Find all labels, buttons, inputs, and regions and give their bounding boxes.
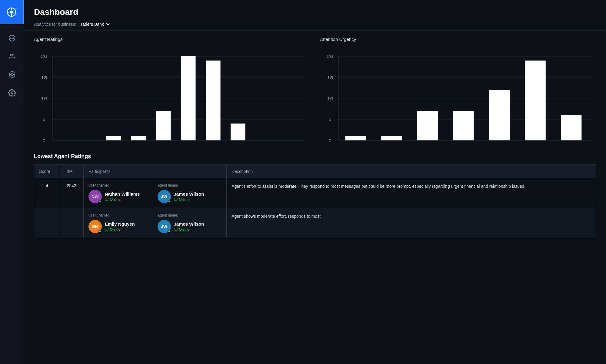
- description-cell-2: Agent shows moderate effort, responds to…: [227, 208, 596, 238]
- svg-rect-63: [489, 90, 510, 140]
- client-label-2: Client name:: [88, 213, 153, 217]
- client-info-2: EN Emily Nguyen: [88, 220, 153, 233]
- client-label: Client name:: [88, 183, 153, 187]
- sidebar-nav: [4, 24, 20, 364]
- svg-rect-59: [417, 111, 438, 140]
- agent-status: Online: [174, 197, 204, 202]
- agent-name-2: James Wilson: [174, 221, 204, 227]
- svg-text:1: 1: [68, 143, 70, 144]
- svg-text:4: 4: [462, 143, 465, 144]
- agent-initials-2: JW: [161, 224, 167, 229]
- score-cell: 4: [34, 178, 60, 208]
- description-cell: Agent's effort to assist is moderate. Th…: [227, 178, 596, 208]
- svg-text:6: 6: [534, 143, 537, 144]
- svg-rect-78: [174, 228, 177, 230]
- svg-rect-67: [561, 115, 581, 140]
- sidebar: [0, 0, 24, 364]
- client-initials: NW: [92, 194, 98, 199]
- client-status-2: Online: [105, 227, 135, 232]
- sidebar-logo[interactable]: [0, 0, 24, 24]
- table-title: Lowest Agent Ratings: [34, 153, 596, 160]
- analytics-bar: Analytics for business: Traders Bank: [34, 22, 596, 27]
- client-avatar: NW: [88, 190, 102, 203]
- agent-block: Agent name: JW James Wilson: [158, 183, 222, 203]
- svg-text:3: 3: [426, 143, 429, 144]
- header: Dashboard Analytics for business: Trader…: [24, 0, 606, 31]
- chevron-down-icon: [106, 22, 110, 26]
- svg-rect-36: [181, 56, 196, 140]
- content-area: Agent Ratings 0 5 10 15 20: [24, 31, 606, 364]
- page-title: Dashboard: [34, 7, 596, 17]
- monitor-icon-agent-2: [174, 228, 178, 231]
- sidebar-item-agents[interactable]: [4, 48, 20, 64]
- monitor-icon: [105, 198, 108, 201]
- col-description: Description: [227, 165, 596, 178]
- online-dot-2: [98, 230, 102, 233]
- agent-avatar: JW: [158, 190, 171, 203]
- client-status: Online: [105, 197, 140, 202]
- table-row: 4 2542 Client name: NW: [34, 178, 596, 208]
- col-score: Score: [34, 165, 60, 178]
- svg-rect-69: [105, 198, 108, 200]
- client-name-2: Emily Nguyen: [105, 221, 135, 227]
- svg-rect-38: [206, 61, 221, 140]
- svg-text:2: 2: [390, 143, 393, 144]
- agent-name: James Wilson: [174, 191, 204, 197]
- score-cell-2: [34, 208, 60, 238]
- sidebar-item-settings[interactable]: [4, 85, 20, 101]
- svg-rect-32: [131, 136, 146, 140]
- svg-text:7: 7: [217, 143, 219, 144]
- agent-ratings-title: Agent Ratings: [34, 37, 310, 42]
- agent-info-2: JW James Wilson: [158, 220, 222, 233]
- col-title: Title: [60, 165, 83, 178]
- svg-text:15: 15: [41, 75, 47, 80]
- business-name: Traders Bank: [78, 22, 104, 27]
- svg-text:3: 3: [117, 143, 120, 144]
- monitor-icon-agent: [174, 198, 178, 201]
- attention-urgency-svg: 0 5 10 15 20: [320, 47, 596, 144]
- client-name: Nathan Williams: [105, 191, 140, 197]
- svg-text:10: 10: [290, 143, 296, 144]
- table-row: Client name: EN Emily Nguyen: [34, 208, 596, 238]
- title-cell: 2542: [60, 178, 83, 208]
- attention-urgency-chart: Attention Urgency 0 5 10 15 20: [320, 37, 596, 144]
- svg-rect-75: [105, 228, 108, 230]
- agent-ratings-area: 0 5 10 15 20: [34, 47, 310, 144]
- sidebar-item-conversations[interactable]: [4, 30, 20, 46]
- svg-text:5: 5: [498, 143, 501, 144]
- agent-initials: JW: [161, 194, 167, 199]
- svg-point-12: [11, 74, 13, 76]
- svg-rect-65: [525, 61, 545, 140]
- svg-text:1: 1: [355, 143, 357, 144]
- svg-text:9: 9: [267, 143, 269, 144]
- business-selector[interactable]: Traders Bank: [78, 22, 110, 27]
- title-cell-2: [60, 208, 83, 238]
- online-dot-agent-2: [168, 230, 171, 233]
- svg-text:2: 2: [92, 143, 95, 144]
- attention-urgency-area: 0 5 10 15 20: [320, 47, 596, 144]
- sidebar-item-analytics[interactable]: [4, 67, 20, 82]
- svg-text:20: 20: [327, 55, 333, 59]
- svg-text:5: 5: [42, 117, 45, 122]
- svg-text:15: 15: [327, 75, 333, 80]
- svg-text:20: 20: [41, 55, 47, 59]
- client-initials-2: EN: [92, 224, 98, 229]
- svg-point-6: [10, 38, 11, 38]
- svg-text:5: 5: [167, 143, 170, 144]
- agent-avatar-2: JW: [158, 220, 171, 233]
- main-content: Dashboard Analytics for business: Trader…: [24, 0, 606, 364]
- client-avatar-2: EN: [88, 220, 102, 233]
- svg-rect-72: [174, 198, 177, 200]
- client-block: Client name: NW Nathan Williams: [88, 183, 153, 203]
- agent-info: JW James Wilson: [158, 190, 222, 203]
- lowest-agent-ratings-table: Score Title Participants Description 4 2…: [34, 164, 596, 238]
- client-status-label-2: Online: [110, 227, 121, 232]
- svg-rect-34: [156, 111, 171, 140]
- client-info: NW Nathan Williams: [88, 190, 153, 203]
- agent-ratings-svg: 0 5 10 15 20: [34, 47, 310, 144]
- client-block-2: Client name: EN Emily Nguyen: [88, 213, 153, 233]
- svg-point-7: [12, 38, 12, 38]
- analytics-label: Analytics for business:: [34, 22, 76, 27]
- attention-urgency-title: Attention Urgency: [320, 37, 596, 42]
- participants-cell-2: Client name: EN Emily Nguyen: [83, 208, 227, 238]
